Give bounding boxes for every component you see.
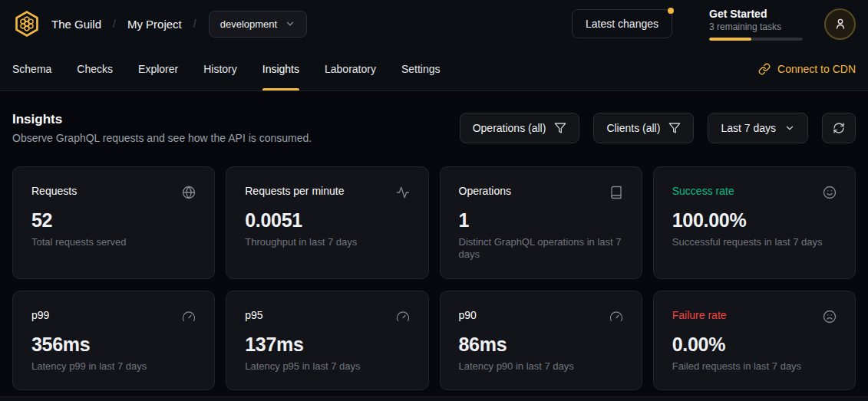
target-selector[interactable]: development (209, 11, 307, 38)
clients-filter-label: Clients (all) (606, 122, 660, 134)
page-title: Insights (12, 112, 312, 127)
card-value: 137ms (245, 334, 409, 356)
user-icon (833, 17, 847, 31)
stats-cards-grid: Requests 52 Total requests served Reques… (12, 166, 856, 390)
breadcrumb-org[interactable]: The Guild (51, 18, 101, 31)
user-avatar[interactable] (824, 8, 856, 40)
gauge-icon (396, 310, 410, 324)
stat-card-failure-rate: Failure rate 0.00% Failed requests in la… (653, 291, 856, 390)
card-title: Operations (459, 185, 511, 197)
stat-card-success-rate: Success rate 100.00% Successful requests… (653, 166, 856, 279)
activity-icon (396, 186, 410, 199)
tab-settings[interactable]: Settings (401, 48, 441, 90)
filter-icon (554, 122, 566, 134)
stat-card-p90: p90 86ms Latency p90 in last 7 days (440, 291, 642, 390)
get-started-remaining-tasks: 3 remaining tasks (709, 21, 803, 32)
breadcrumb: The Guild / My Project / (51, 18, 196, 31)
gauge-icon (609, 310, 623, 324)
page-heading: Insights Observe GraphQL requests and se… (12, 112, 312, 144)
book-icon (609, 186, 623, 199)
connect-to-cdn-link[interactable]: Connect to CDN (758, 48, 856, 90)
stat-card-p99: p99 356ms Latency p99 in last 7 days (12, 291, 215, 390)
card-title: p90 (459, 309, 477, 321)
smile-icon (823, 186, 837, 199)
insights-page: Insights Observe GraphQL requests and se… (0, 91, 868, 390)
card-description: Latency p99 in last 7 days (31, 360, 196, 373)
chevron-down-icon (285, 18, 295, 29)
breadcrumb-separator: / (193, 18, 196, 30)
footer-edge (0, 396, 868, 401)
card-title: Success rate (672, 185, 734, 197)
card-description: Throughput in last 7 days (245, 236, 409, 248)
card-value: 100.00% (672, 209, 837, 232)
tab-insights[interactable]: Insights (262, 48, 299, 90)
card-description: Latency p95 in last 7 days (245, 360, 409, 373)
card-value: 52 (31, 209, 196, 232)
card-title: p99 (31, 309, 49, 321)
tab-schema[interactable]: Schema (12, 48, 51, 90)
card-description: Successful requests in last 7 days (672, 236, 837, 248)
date-range-value: Last 7 days (721, 122, 776, 134)
card-value: 86ms (459, 334, 623, 356)
card-title: p95 (245, 309, 262, 321)
card-value: 1 (459, 209, 623, 232)
card-description: Total requests served (31, 236, 196, 248)
refresh-icon (833, 122, 845, 134)
globe-icon (182, 186, 196, 199)
operations-filter-label: Operations (all) (473, 122, 546, 134)
connect-to-cdn-label: Connect to CDN (777, 63, 856, 75)
page-subtitle: Observe GraphQL requests and see how the… (12, 132, 312, 144)
stat-card-p95: p95 137ms Latency p95 in last 7 days (226, 291, 428, 390)
get-started-progressbar (709, 38, 803, 41)
tab-checks[interactable]: Checks (77, 48, 113, 90)
stat-card-requests: Requests 52 Total requests served (12, 166, 215, 279)
nav-tabs: Schema Checks Explorer History Insights … (12, 48, 441, 90)
card-description: Distinct GraphQL operations in last 7 da… (459, 236, 623, 261)
top-header: The Guild / My Project / development Lat… (0, 0, 868, 48)
tab-laboratory[interactable]: Laboratory (325, 48, 376, 90)
tab-explorer[interactable]: Explorer (138, 48, 178, 90)
breadcrumb-separator: / (113, 18, 116, 30)
card-title: Requests per minute (245, 185, 344, 197)
card-title: Requests (31, 185, 77, 197)
latest-changes-label: Latest changes (586, 18, 658, 30)
chevron-down-icon (784, 123, 795, 133)
get-started-progress-fill (709, 38, 751, 41)
breadcrumb-project[interactable]: My Project (127, 18, 182, 31)
operations-filter-button[interactable]: Operations (all) (460, 113, 580, 143)
refresh-button[interactable] (822, 113, 856, 143)
filter-icon (668, 122, 681, 134)
stat-card-operations: Operations 1 Distinct GraphQL operations… (440, 166, 642, 279)
date-range-selector[interactable]: Last 7 days (708, 113, 808, 143)
card-title: Failure rate (672, 309, 727, 321)
get-started-widget[interactable]: Get Started 3 remaining tasks (709, 8, 803, 41)
stat-card-requests-per-minute: Requests per minute 0.0051 Throughput in… (226, 166, 428, 279)
card-value: 0.00% (672, 334, 837, 356)
frown-icon (823, 310, 837, 324)
card-value: 0.0051 (245, 209, 409, 232)
card-description: Failed requests in last 7 days (672, 360, 837, 373)
clients-filter-button[interactable]: Clients (all) (593, 113, 694, 143)
filters-toolbar: Operations (all) Clients (all) Last 7 da… (460, 113, 856, 143)
get-started-title: Get Started (709, 8, 803, 20)
notification-dot (668, 8, 674, 14)
card-description: Latency p90 in last 7 days (459, 360, 623, 373)
guild-hive-logo-icon[interactable] (12, 9, 41, 38)
project-nav: Schema Checks Explorer History Insights … (0, 48, 868, 91)
latest-changes-button[interactable]: Latest changes (572, 9, 672, 38)
tab-history[interactable]: History (203, 48, 237, 90)
gauge-icon (182, 310, 196, 324)
card-value: 356ms (31, 334, 196, 356)
link-icon (758, 63, 771, 75)
target-selector-value: development (220, 18, 277, 30)
